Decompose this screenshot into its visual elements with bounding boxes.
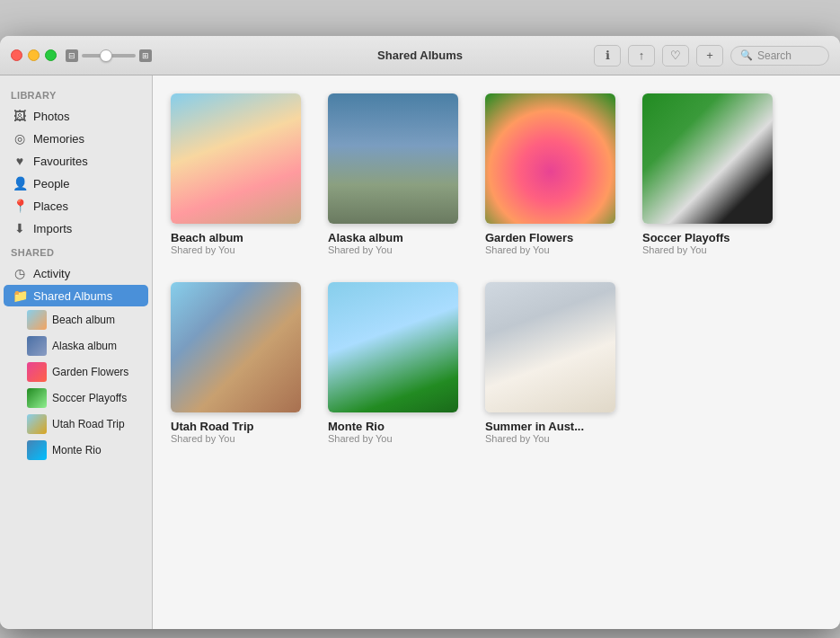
sub-albums-list: Beach album Alaska album Garden Flowers …	[0, 307, 152, 463]
places-label: Places	[33, 199, 68, 213]
search-box[interactable]: 🔍 Search	[730, 46, 829, 66]
sub-item-alaska[interactable]: Alaska album	[23, 333, 148, 359]
add-button[interactable]: +	[696, 45, 723, 66]
album-card-garden[interactable]: Garden Flowers Shared by You	[485, 93, 615, 255]
utah-thumbnail	[171, 282, 301, 412]
soccer-label: Soccer Playoffs	[52, 392, 127, 404]
sidebar-item-shared-albums[interactable]: 📁 Shared Albums	[4, 285, 148, 306]
beach-album-sub: Shared by You	[171, 244, 235, 255]
beach-label: Beach album	[52, 314, 115, 326]
places-icon: 📍	[13, 199, 27, 213]
people-label: People	[33, 177, 69, 191]
slider-thumb[interactable]	[100, 49, 112, 62]
sidebar-item-people[interactable]: 👤 People	[4, 173, 148, 194]
alaska-thumbnail	[328, 93, 458, 224]
favourites-label: Favourites	[33, 155, 88, 168]
sidebar-item-places[interactable]: 📍 Places	[4, 195, 148, 217]
album-card-summer[interactable]: Summer in Aust... Shared by You	[485, 282, 615, 444]
zoom-out-icon: ⊟	[66, 49, 78, 62]
sidebar: Library 🖼 Photos ◎ Memories ♥ Favourites…	[0, 75, 153, 629]
monte-thumbnail	[328, 282, 458, 412]
beach-album-name: Beach album	[171, 231, 243, 244]
album-card-alaska[interactable]: Alaska album Shared by You	[328, 93, 458, 255]
soccer-album-name: Soccer Playoffs	[642, 231, 730, 244]
monte-thumb	[27, 440, 47, 460]
search-icon: 🔍	[740, 49, 753, 61]
app-window: ⊟ ⊞ Shared Albums ℹ ↑ ♡ + 🔍 Search Libra…	[0, 36, 840, 629]
album-card-utah[interactable]: Utah Road Trip Shared by You	[171, 282, 301, 444]
imports-icon: ⬇	[13, 221, 27, 235]
alaska-album-name: Alaska album	[328, 231, 403, 244]
grid-area: Beach album Shared by You Alaska album S…	[153, 75, 840, 629]
garden-thumbnail	[485, 93, 615, 224]
alaska-label: Alaska album	[52, 340, 117, 352]
sidebar-item-imports[interactable]: ⬇ Imports	[4, 217, 148, 239]
utah-thumb	[27, 414, 47, 434]
toolbar-actions: ℹ ↑ ♡ + 🔍 Search	[594, 45, 829, 66]
sidebar-item-memories[interactable]: ◎ Memories	[4, 128, 148, 149]
library-section-label: Library	[0, 83, 152, 104]
summer-thumbnail	[485, 282, 615, 412]
sub-item-beach[interactable]: Beach album	[23, 307, 148, 332]
imports-label: Imports	[33, 222, 72, 235]
soccer-album-sub: Shared by You	[642, 244, 707, 255]
share-button[interactable]: ↑	[628, 45, 655, 66]
heart-button[interactable]: ♡	[662, 45, 689, 66]
garden-album-name: Garden Flowers	[485, 231, 573, 244]
main-content: Library 🖼 Photos ◎ Memories ♥ Favourites…	[0, 75, 840, 629]
minimize-button[interactable]	[28, 49, 40, 61]
memories-label: Memories	[33, 132, 84, 146]
summer-album-sub: Shared by You	[485, 433, 550, 444]
favourites-icon: ♥	[13, 154, 27, 168]
utah-album-sub: Shared by You	[171, 433, 235, 444]
activity-label: Activity	[33, 267, 70, 280]
sub-item-utah[interactable]: Utah Road Trip	[23, 412, 148, 437]
activity-icon: ◷	[13, 266, 27, 280]
summer-album-name: Summer in Aust...	[485, 420, 584, 433]
shared-albums-label: Shared Albums	[33, 289, 112, 303]
garden-album-sub: Shared by You	[485, 244, 550, 255]
garden-label: Garden Flowers	[52, 366, 128, 378]
album-grid: Beach album Shared by You Alaska album S…	[171, 93, 822, 444]
sub-item-monte[interactable]: Monte Rio	[23, 438, 148, 463]
alaska-thumb	[27, 336, 47, 356]
zoom-in-icon: ⊞	[139, 49, 152, 62]
beach-thumbnail	[171, 93, 301, 224]
monte-album-sub: Shared by You	[328, 433, 393, 444]
sidebar-item-favourites[interactable]: ♥ Favourites	[4, 150, 148, 172]
alaska-album-sub: Shared by You	[328, 244, 393, 255]
window-title: Shared Albums	[377, 49, 463, 62]
people-icon: 👤	[13, 176, 27, 191]
utah-album-name: Utah Road Trip	[171, 420, 253, 433]
shared-section-label: Shared	[0, 240, 152, 261]
soccer-thumb	[27, 388, 47, 408]
memories-icon: ◎	[13, 131, 27, 146]
soccer-thumbnail	[642, 93, 773, 224]
close-button[interactable]	[11, 49, 22, 61]
photos-label: Photos	[33, 110, 69, 123]
titlebar: ⊟ ⊞ Shared Albums ℹ ↑ ♡ + 🔍 Search	[0, 36, 840, 75]
album-card-beach[interactable]: Beach album Shared by You	[171, 93, 301, 255]
info-button[interactable]: ℹ	[594, 45, 621, 66]
monte-album-name: Monte Rio	[328, 420, 385, 433]
photos-icon: 🖼	[13, 109, 27, 123]
zoom-slider[interactable]: ⊟ ⊞	[66, 49, 152, 62]
utah-label: Utah Road Trip	[52, 418, 125, 430]
monte-label: Monte Rio	[52, 444, 102, 456]
search-input[interactable]: Search	[757, 49, 791, 62]
garden-thumb	[27, 362, 47, 382]
sidebar-item-photos[interactable]: 🖼 Photos	[4, 105, 148, 127]
sub-item-garden[interactable]: Garden Flowers	[23, 359, 148, 385]
album-card-soccer[interactable]: Soccer Playoffs Shared by You	[642, 93, 773, 255]
sidebar-item-activity[interactable]: ◷ Activity	[4, 262, 148, 284]
maximize-button[interactable]	[45, 49, 57, 61]
sub-item-soccer[interactable]: Soccer Playoffs	[23, 385, 148, 411]
album-card-monte[interactable]: Monte Rio Shared by You	[328, 282, 458, 444]
slider-track	[82, 54, 136, 58]
beach-thumb	[27, 310, 47, 330]
shared-albums-icon: 📁	[13, 288, 27, 303]
traffic-lights	[11, 49, 57, 61]
